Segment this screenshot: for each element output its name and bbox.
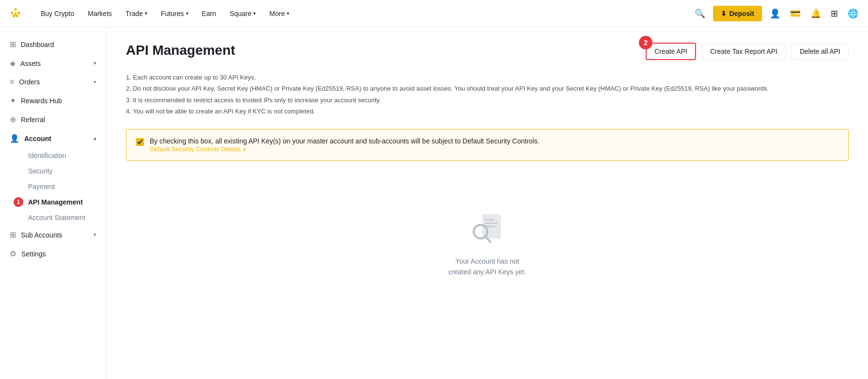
top-navigation: Buy Crypto Markets Trade▾ Futures▾ Earn … [0,0,868,27]
create-api-button[interactable]: Create API [646,43,696,60]
nav-futures[interactable]: Futures▾ [155,0,194,27]
sidebar-item-sub-accounts[interactable]: ⊞ Sub Accounts ▾ [0,225,106,244]
chevron-down-icon: ▾ [93,232,96,238]
chevron-down-icon: ▾ [93,60,96,66]
svg-marker-1 [14,8,17,11]
sidebar-item-security[interactable]: Security [22,163,106,179]
profile-button[interactable]: 👤 [768,6,782,21]
page-title: API Management [126,43,235,58]
svg-rect-9 [485,222,497,224]
assets-icon: ◈ [10,59,16,68]
svg-marker-3 [17,11,21,15]
account-icon: 👤 [10,134,19,143]
chevron-down-icon: ▾ [287,11,289,16]
notification-button[interactable]: 🔔 [808,6,823,21]
header-actions: 2 Create API Create Tax Report API Delet… [646,43,849,60]
create-api-wrapper: 2 Create API [646,43,696,60]
badge-2: 2 [639,36,652,49]
globe-button[interactable]: 🌐 [846,6,860,21]
nav-right-icons: 🔍 ⬇ Deposit 👤 💳 🔔 ⊞ 🌐 [693,6,860,21]
chevron-down-icon: ▾ [93,79,96,85]
security-controls-text: By checking this box, all existing API K… [150,137,540,153]
sidebar-item-identification[interactable]: Identification [22,148,106,163]
nav-trade[interactable]: Trade▾ [120,0,153,27]
sidebar-item-rewards-hub[interactable]: ✦ Rewards Hub [0,91,106,110]
sidebar-item-orders[interactable]: ≡ Orders ▾ [0,73,106,91]
rewards-icon: ✦ [10,96,16,105]
sidebar-item-settings[interactable]: ⚙ Settings [0,244,106,263]
sub-accounts-icon: ⊞ [10,230,16,239]
nav-links: Buy Crypto Markets Trade▾ Futures▾ Earn … [35,0,693,27]
chevron-down-icon: ▾ [186,11,188,16]
info-line-2: 2. Do not disclose your API Key, Secret … [126,83,849,94]
chevron-down-icon: ▾ [145,11,147,16]
sidebar-item-referral[interactable]: ⊕ Referral [0,110,106,129]
empty-state-icon [468,209,507,248]
sidebar-item-payment[interactable]: Payment [22,179,106,194]
binance-logo-icon [8,6,23,21]
delete-all-api-button[interactable]: Delete all API [791,43,849,60]
sidebar-item-account[interactable]: 👤 Account ▴ [0,129,106,148]
qr-button[interactable]: ⊞ [829,6,840,21]
settings-icon: ⚙ [10,249,16,258]
svg-rect-8 [485,219,495,221]
security-controls-checkbox[interactable] [136,138,144,146]
svg-marker-2 [11,11,14,15]
dashboard-icon: ⊞ [10,40,16,49]
nav-markets[interactable]: Markets [82,0,118,27]
info-line-3: 3. It is recommended to restrict access … [126,95,849,106]
info-line-1: 1. Each account can create up to 30 API … [126,72,849,83]
search-button[interactable]: 🔍 [693,6,707,21]
referral-icon: ⊕ [10,115,16,124]
main-content: API Management 2 Create API Create Tax R… [107,27,868,379]
security-controls-box: By checking this box, all existing API K… [126,129,849,161]
empty-state-text: Your Account has not created any API Key… [449,256,526,278]
create-tax-report-button[interactable]: Create Tax Report API [702,43,786,60]
sidebar-item-dashboard[interactable]: ⊞ Dashboard [0,35,106,54]
info-line-4: 4. You will not be able to create an API… [126,106,849,117]
sidebar: ⊞ Dashboard ◈ Assets ▾ ≡ Orders ▾ ✦ Rewa… [0,27,107,379]
download-icon: ⬇ [721,10,727,17]
page-header: API Management 2 Create API Create Tax R… [126,43,849,60]
sidebar-item-account-statement[interactable]: Account Statement [22,210,106,225]
sidebar-account-submenu: Identification Security Payment API Mana… [0,148,106,225]
chevron-up-icon: ▴ [93,135,96,142]
sidebar-item-assets[interactable]: ◈ Assets ▾ [0,54,106,73]
logo[interactable] [8,6,23,21]
nav-square[interactable]: Square▾ [224,0,262,27]
nav-more[interactable]: More▾ [264,0,295,27]
chevron-down-icon: ▾ [253,11,256,16]
deposit-button[interactable]: ⬇ Deposit [713,6,762,21]
empty-state: Your Account has not created any API Key… [126,180,849,307]
sidebar-item-api-management[interactable]: API Management [22,194,106,210]
nav-earn[interactable]: Earn [196,0,222,27]
nav-buy-crypto[interactable]: Buy Crypto [35,0,80,27]
wallet-button[interactable]: 💳 [788,6,803,21]
orders-icon: ≡ [10,78,14,86]
security-controls-details-link[interactable]: Default Security Controls Details ∨ [150,145,247,153]
info-list: 1. Each account can create up to 30 API … [126,72,849,117]
